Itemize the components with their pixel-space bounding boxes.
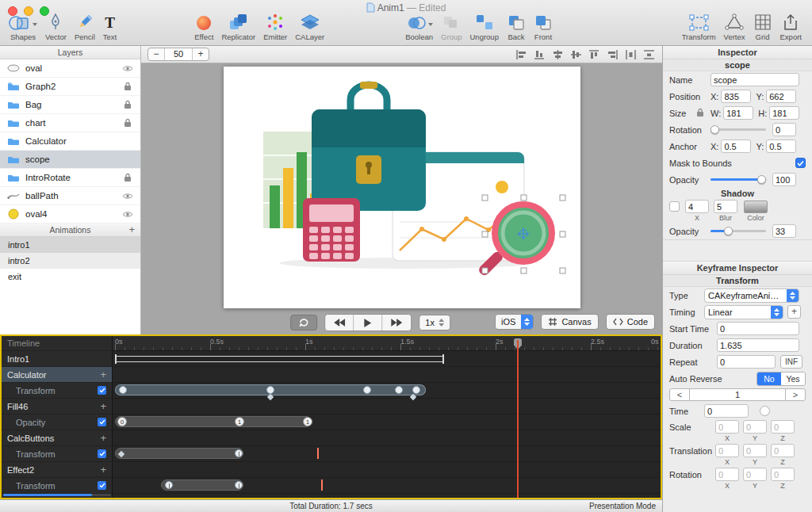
animation-item[interactable]: exit: [0, 269, 140, 285]
layer-row-ballpath[interactable]: ballPath: [0, 187, 140, 205]
timeline-row-intro1[interactable]: Intro1: [2, 351, 112, 367]
keyframe-diamond[interactable]: [118, 451, 124, 457]
track-enabled-checkbox[interactable]: [98, 386, 106, 395]
add-timing-button[interactable]: +: [787, 305, 801, 319]
track-enabled-checkbox[interactable]: [98, 481, 106, 490]
rotation-z-input[interactable]: [771, 468, 795, 481]
tool-front[interactable]: Front: [534, 12, 553, 41]
timeline-row-calculator[interactable]: Calculator+: [2, 367, 112, 383]
tool-vector[interactable]: Vector: [45, 12, 67, 41]
align-center-v-icon[interactable]: [569, 48, 583, 61]
prev-keyframe-button[interactable]: <: [669, 388, 690, 401]
position-x-input[interactable]: [721, 90, 751, 103]
timeline-row-effect2[interactable]: Effect2+: [2, 462, 112, 478]
transform-track-bar[interactable]: [115, 448, 243, 459]
keyframe-marker[interactable]: [119, 386, 127, 394]
timeline-tracks[interactable]: 0s 0.5s 1s 1.5s 2s 2.5s 0s: [113, 336, 661, 498]
add-keyframe-button[interactable]: +: [100, 464, 106, 476]
layer-row-bag[interactable]: Bag: [0, 96, 140, 114]
tool-boolean[interactable]: Boolean: [405, 12, 433, 41]
anchor-y-input[interactable]: [766, 139, 796, 153]
rotation-input[interactable]: [772, 123, 796, 136]
opacity-input[interactable]: [772, 173, 796, 186]
keyframe-marker[interactable]: [395, 386, 403, 394]
timeline-row-transform-2[interactable]: Transform: [2, 446, 112, 462]
presentation-mode[interactable]: Presentation Mode: [589, 502, 656, 510]
tool-shapes[interactable]: Shapes: [9, 12, 37, 41]
lock-icon[interactable]: [121, 100, 134, 109]
keyframe-time-marker[interactable]: [321, 480, 323, 491]
add-keyframe-button[interactable]: +: [100, 400, 106, 412]
auto-reverse-toggle[interactable]: NoYes: [756, 372, 806, 386]
tool-replicator[interactable]: Replicator: [221, 12, 255, 41]
size-w-input[interactable]: [723, 106, 753, 120]
layer-row-oval[interactable]: oval: [0, 59, 140, 78]
speed-control[interactable]: 1x: [419, 315, 450, 331]
timeline-row-transform-1[interactable]: Transform: [2, 383, 112, 399]
keyframe-marker[interactable]: [412, 386, 420, 394]
intro1-track-bar[interactable]: [115, 356, 444, 362]
layer-row-graph2[interactable]: Graph2: [0, 78, 140, 96]
tool-grid[interactable]: Grid: [753, 12, 772, 41]
keyframe-value-marker[interactable]: 1: [235, 417, 244, 426]
shadow-color-well[interactable]: [744, 201, 768, 213]
code-mode-button[interactable]: Code: [606, 314, 655, 330]
add-keyframe-button[interactable]: +: [100, 432, 106, 444]
keyframe-marker[interactable]: [235, 449, 243, 457]
rotation-slider[interactable]: [710, 128, 766, 131]
tool-vertex[interactable]: Vertex: [724, 12, 745, 41]
translation-y-input[interactable]: [743, 444, 767, 457]
opacity-track-bar[interactable]: 0 1 1: [115, 416, 312, 427]
distribute-v-icon[interactable]: [642, 48, 656, 61]
zoom-level[interactable]: 50: [164, 48, 193, 60]
opacity-slider[interactable]: [710, 178, 766, 181]
timing-dropdown[interactable]: Linear: [704, 305, 783, 319]
keyframe-marker[interactable]: [165, 481, 173, 489]
auto-reverse-no[interactable]: No: [757, 373, 781, 385]
visibility-eye-icon[interactable]: [121, 211, 134, 218]
timeline-zoom-slider[interactable]: [3, 494, 111, 496]
timeline-ruler[interactable]: 0s 0.5s 1s 1.5s 2s 2.5s 0s: [113, 336, 661, 351]
canvas-mode-button[interactable]: Canvas: [541, 314, 598, 330]
tool-text[interactable]: T Text: [103, 12, 117, 41]
translation-z-input[interactable]: [771, 444, 795, 457]
align-top-icon[interactable]: [587, 48, 601, 61]
add-keyframe-button[interactable]: +: [100, 369, 106, 380]
layer-row-calculator[interactable]: Calculator: [0, 132, 140, 151]
tool-pencil[interactable]: Pencil: [75, 12, 95, 41]
platform-select[interactable]: iOS: [495, 314, 534, 330]
briefcase-layer[interactable]: [312, 82, 426, 211]
keyframe-value-marker[interactable]: 0: [117, 417, 127, 426]
auto-reverse-yes[interactable]: Yes: [781, 373, 805, 385]
animation-item[interactable]: intro1: [0, 237, 140, 253]
loop-button[interactable]: [290, 315, 317, 331]
canvas-viewport[interactable]: [141, 63, 662, 311]
infinite-repeat-button[interactable]: INF: [780, 355, 802, 369]
keyframe-time-marker[interactable]: [317, 448, 319, 459]
shadow-opacity-slider[interactable]: [710, 230, 766, 232]
tool-transform[interactable]: Transform: [682, 12, 716, 41]
keyframe-marker[interactable]: [363, 386, 371, 394]
shadow-opacity-input[interactable]: [772, 224, 796, 238]
lock-icon[interactable]: [121, 82, 134, 91]
layer-row-introrotate[interactable]: IntroRotate: [0, 169, 140, 187]
calculator-layer[interactable]: [303, 198, 360, 262]
align-right-icon[interactable]: [605, 48, 619, 61]
size-h-input[interactable]: [769, 106, 799, 120]
layer-row-oval4[interactable]: oval4: [0, 205, 140, 224]
duration-input[interactable]: [717, 338, 799, 352]
timeline-row-calcbuttons[interactable]: CalcButtons+: [2, 430, 112, 446]
keyframe-marker[interactable]: [266, 386, 274, 394]
visibility-eye-icon[interactable]: [121, 193, 134, 200]
layer-row-chart[interactable]: chart: [0, 114, 140, 132]
artboard[interactable]: [224, 67, 580, 308]
zoom-out-button[interactable]: −: [148, 48, 164, 60]
name-input[interactable]: [710, 73, 799, 86]
timeline-row-opacity[interactable]: Opacity: [2, 415, 112, 430]
tool-effect[interactable]: Effect: [194, 12, 213, 41]
transform-track-bar[interactable]: [161, 480, 243, 491]
type-dropdown[interactable]: CAKeyframeAni…: [704, 288, 799, 303]
animation-item[interactable]: intro2: [0, 253, 140, 269]
timeline-row-transform-3[interactable]: Transform: [2, 478, 112, 494]
lock-icon[interactable]: [121, 173, 134, 182]
